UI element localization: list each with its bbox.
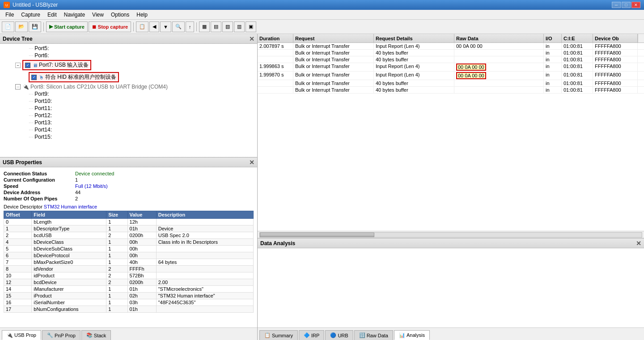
open-button[interactable]: 📂 bbox=[15, 21, 28, 32]
list-item[interactable]: ⋯ Port11: bbox=[0, 105, 257, 112]
menu-navigate[interactable]: Navigate bbox=[60, 11, 89, 19]
table-row[interactable]: Bulk or Interrupt Transfer 40 bytes buff… bbox=[258, 80, 644, 87]
filter-button[interactable]: ▼ bbox=[160, 21, 171, 32]
list-item[interactable]: ⋯ Port10: bbox=[0, 98, 257, 105]
cell-field: bNumConfigurations bbox=[32, 306, 106, 313]
table-row[interactable]: 1.999870 s Bulk or Interrupt Transfer In… bbox=[258, 72, 644, 80]
cell-offset: 0 bbox=[4, 219, 32, 225]
col-header-devob[interactable]: Device Ob bbox=[593, 34, 638, 42]
tree-item-label: Port10: bbox=[33, 98, 52, 104]
menu-help[interactable]: Help bbox=[133, 11, 151, 19]
view1-button[interactable]: ▦ bbox=[199, 21, 210, 32]
table-row[interactable]: 7 bMaxPacketSize0 1 40h 64 bytes bbox=[4, 259, 254, 266]
tab-usb-prop[interactable]: 🔌 USB Prop bbox=[2, 330, 41, 340]
h-scroll-track[interactable] bbox=[259, 232, 642, 238]
list-item[interactable]: ⋯ Port5: bbox=[0, 45, 257, 52]
list-item[interactable]: ⋯ Port12: bbox=[0, 112, 257, 119]
menu-view[interactable]: View bbox=[89, 11, 107, 19]
tab-irp[interactable]: 🔷 IRP bbox=[299, 330, 324, 340]
stop-capture-button[interactable]: ⏹ Stop capture bbox=[89, 21, 131, 32]
tab-analysis[interactable]: 📊 Analysis bbox=[394, 330, 430, 340]
col-header-rawdata[interactable]: Raw Data bbox=[454, 34, 544, 42]
tree-checkbox[interactable]: ✓ bbox=[31, 75, 37, 80]
view5-button[interactable]: ▣ bbox=[246, 21, 256, 32]
up-button[interactable]: ↑ bbox=[186, 21, 195, 32]
table-row[interactable]: 6 bDeviceProtocol 1 00h bbox=[4, 252, 254, 259]
tree-content[interactable]: ⋯ Port5: ⋯ Port6: − ✓ 🖥 bbox=[0, 44, 257, 157]
view2-button[interactable]: ▤ bbox=[211, 21, 221, 32]
table-row[interactable]: 4 bDeviceClass 1 00h Class info in Ifc D… bbox=[4, 239, 254, 246]
horizontal-scrollbar[interactable] bbox=[258, 231, 644, 238]
table-row[interactable]: 0 bLength 1 12h bbox=[4, 219, 254, 225]
cell-io: in bbox=[544, 50, 562, 56]
tree-checkbox[interactable]: ─ bbox=[15, 84, 21, 89]
list-item[interactable]: ⋯ Port6: bbox=[0, 52, 257, 59]
back-icon: ◀ bbox=[153, 24, 156, 30]
cell-offset: 12 bbox=[4, 279, 32, 286]
list-item[interactable]: ✓ 🖱 符合 HID 标准的用户控制设备 bbox=[0, 71, 257, 83]
list-item[interactable]: ─ 🔌 Port8: Silicon Labs CP210x USB to UA… bbox=[0, 83, 257, 90]
data-analysis-close[interactable]: ✕ bbox=[636, 240, 641, 247]
list-item[interactable]: ⋯ Port14: bbox=[0, 126, 257, 133]
menu-edit[interactable]: Edit bbox=[44, 11, 60, 19]
table-row[interactable]: Bulk or Interrupt Transfer 40 bytes buff… bbox=[258, 87, 644, 94]
tab-urb[interactable]: 🔵 URB bbox=[325, 330, 353, 340]
usb-props-close[interactable]: ✕ bbox=[249, 159, 254, 166]
tree-item-label: Port7: USB 输入设备 bbox=[39, 61, 89, 69]
device-tree-close[interactable]: ✕ bbox=[249, 35, 254, 42]
packet-rows[interactable]: 2.007897 s Bulk or Interrupt Transfer In… bbox=[258, 43, 644, 231]
tab-summary[interactable]: 📋 Summary bbox=[259, 330, 298, 340]
new-button[interactable]: 📄 bbox=[2, 21, 14, 32]
minimize-button[interactable]: ─ bbox=[612, 2, 621, 8]
cell-value: 00h bbox=[127, 252, 156, 259]
list-item[interactable]: ⋯ Port9: bbox=[0, 90, 257, 98]
tab-raw-data[interactable]: 🔢 Raw Data bbox=[354, 330, 393, 340]
tree-checkbox[interactable]: ✓ bbox=[25, 63, 30, 68]
table-row[interactable]: 10 idProduct 2 572Bh bbox=[4, 272, 254, 279]
menu-file[interactable]: File bbox=[2, 11, 17, 19]
table-row[interactable]: 1 bDescriptorType 1 01h Device bbox=[4, 225, 254, 232]
find-button[interactable]: 🔍 bbox=[172, 21, 185, 32]
window-controls[interactable]: ─ □ ✕ bbox=[612, 2, 640, 8]
save-button[interactable]: 💾 bbox=[29, 21, 41, 32]
col-header-duration[interactable]: Duration bbox=[258, 34, 293, 42]
copy-button[interactable]: 📋 bbox=[136, 21, 148, 32]
table-row[interactable]: 2.007897 s Bulk or Interrupt Transfer In… bbox=[258, 43, 644, 50]
table-row[interactable]: 17 bNumConfigurations 1 01h bbox=[4, 306, 254, 313]
back-button[interactable]: ◀ bbox=[149, 21, 159, 32]
cell-duration bbox=[258, 87, 293, 93]
list-item[interactable]: ⋯ Port15: bbox=[0, 133, 257, 140]
table-row[interactable]: 14 iManufacturer 1 01h "STMicroelectroni… bbox=[4, 286, 254, 293]
table-row[interactable]: 15 iProduct 1 02h "STM32 Human interface… bbox=[4, 293, 254, 299]
col-header-request[interactable]: Request bbox=[293, 34, 374, 42]
view4-button[interactable]: ▥ bbox=[234, 21, 245, 32]
packet-list: Duration Request Request Details Raw Dat… bbox=[258, 34, 644, 238]
h-scroll-thumb[interactable] bbox=[260, 233, 374, 237]
col-header-details[interactable]: Request Details bbox=[374, 34, 454, 42]
analysis-content bbox=[258, 248, 644, 327]
list-item[interactable]: ⋯ Port13: bbox=[0, 119, 257, 126]
close-button[interactable]: ✕ bbox=[631, 2, 640, 8]
cell-field: bDeviceSubClass bbox=[32, 246, 106, 252]
menu-capture[interactable]: Capture bbox=[17, 11, 44, 19]
tab-raw-data-label: Raw Data bbox=[367, 333, 388, 338]
tab-pnp-prop[interactable]: 🔧 PnP Prop bbox=[42, 330, 80, 340]
col-header-cie[interactable]: C:I:E bbox=[562, 34, 593, 42]
table-row[interactable]: Bulk or Interrupt Transfer 40 bytes buff… bbox=[258, 50, 644, 56]
start-capture-button[interactable]: ▶ Start capture bbox=[46, 21, 88, 32]
tree-item-label: 符合 HID 标准的用户控制设备 bbox=[45, 73, 116, 81]
table-row[interactable]: 8 idVendor 2 FFFFh bbox=[4, 266, 254, 272]
table-row[interactable]: 1.999863 s Bulk or Interrupt Transfer In… bbox=[258, 63, 644, 72]
col-header-io[interactable]: I/O bbox=[544, 34, 562, 42]
menu-options[interactable]: Options bbox=[107, 11, 133, 19]
tab-stack[interactable]: 📚 Stack bbox=[81, 330, 111, 340]
table-row[interactable]: 5 bDeviceSubClass 1 00h bbox=[4, 246, 254, 252]
table-row[interactable]: 12 bcdDevice 2 0200h 2.00 bbox=[4, 279, 254, 286]
tree-expand-icon[interactable]: − bbox=[15, 63, 21, 68]
maximize-button[interactable]: □ bbox=[622, 2, 631, 8]
table-row[interactable]: 2 bcdUSB 2 0200h USB Spec 2.0 bbox=[4, 232, 254, 239]
list-item[interactable]: − ✓ 🖥 Port7: USB 输入设备 bbox=[0, 59, 257, 71]
view3-button[interactable]: ▧ bbox=[222, 21, 233, 32]
table-row[interactable]: 16 iSerialNumber 1 03h "48F2445C3635" bbox=[4, 299, 254, 306]
table-row[interactable]: Bulk or Interrupt Transfer 40 bytes buff… bbox=[258, 56, 644, 63]
